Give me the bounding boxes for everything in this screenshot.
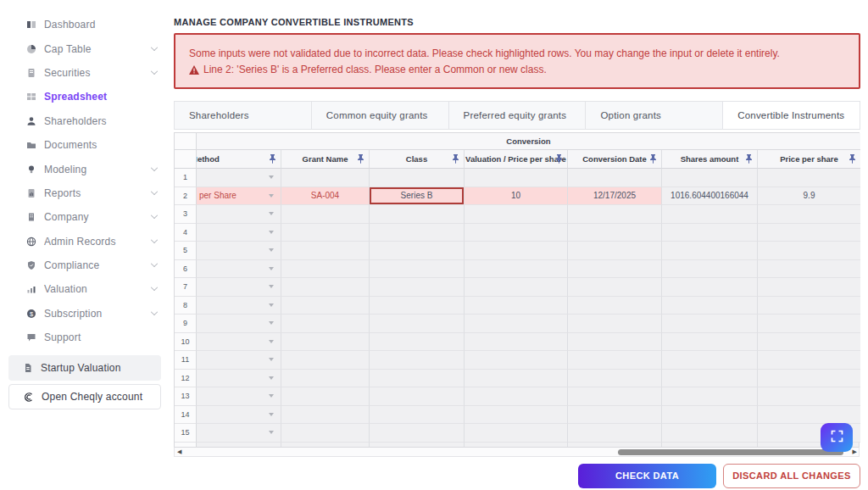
column-header-shares-amount[interactable]: Shares amount <box>662 150 758 169</box>
scroll-right-icon[interactable]: ▶ <box>853 448 857 456</box>
cell-conversion_date[interactable] <box>568 278 662 297</box>
cell-method[interactable] <box>197 260 281 279</box>
sidebar-item-spreadsheet[interactable]: Spreadsheet <box>0 85 170 109</box>
cell-shares_amount[interactable] <box>662 278 758 297</box>
cell-grant_name[interactable] <box>281 333 370 352</box>
row-number[interactable]: 14 <box>175 406 197 425</box>
cell-class[interactable] <box>370 260 465 279</box>
cell-valuation_price[interactable] <box>465 242 568 260</box>
pin-icon[interactable] <box>555 154 563 165</box>
cell-class[interactable]: Series B <box>370 187 465 206</box>
dropdown-arrow-icon[interactable] <box>269 358 274 361</box>
cell-shares_amount[interactable] <box>662 406 758 425</box>
cell-price_per_share[interactable] <box>758 351 860 370</box>
cell-valuation_price[interactable] <box>465 169 568 187</box>
cell-conversion_date[interactable] <box>568 333 662 352</box>
cell-conversion_date[interactable] <box>568 242 662 260</box>
cell-class[interactable] <box>370 370 465 388</box>
cell-price_per_share[interactable] <box>758 242 860 260</box>
cell-class[interactable] <box>370 169 465 187</box>
column-header-class[interactable]: Class <box>370 150 465 169</box>
column-header-price-per-share[interactable]: Price per share <box>758 150 860 169</box>
cell-price_per_share[interactable] <box>758 297 860 315</box>
row-number[interactable]: 2 <box>175 187 197 206</box>
cell-method[interactable]: per Share <box>197 187 281 206</box>
dropdown-arrow-icon[interactable] <box>269 340 274 343</box>
column-header-valuation-price-per-share[interactable]: Valuation / Price per share <box>465 150 568 169</box>
expand-grid-button[interactable] <box>821 423 853 452</box>
tab-preferred-equity-grants[interactable]: Preferred equity grants <box>448 102 586 129</box>
pin-icon[interactable] <box>849 154 856 165</box>
cell-grant_name[interactable] <box>281 387 370 406</box>
cell-price_per_share[interactable] <box>758 315 860 333</box>
cell-conversion_date[interactable] <box>568 387 662 406</box>
row-number[interactable]: 4 <box>175 224 197 242</box>
dropdown-arrow-icon[interactable] <box>269 175 274 179</box>
cell-class[interactable] <box>370 242 465 260</box>
cell-shares_amount[interactable] <box>662 387 758 406</box>
cell-shares_amount[interactable] <box>662 370 758 388</box>
cell-shares_amount[interactable] <box>662 260 758 279</box>
pin-icon[interactable] <box>357 154 364 165</box>
row-number[interactable]: 1 <box>175 169 197 187</box>
dropdown-arrow-icon[interactable] <box>269 267 274 270</box>
dropdown-arrow-icon[interactable] <box>269 376 274 380</box>
cell-shares_amount[interactable] <box>662 169 758 187</box>
cell-method[interactable] <box>197 315 281 333</box>
sidebar-item-valuation[interactable]: Valuation <box>0 277 170 301</box>
cell-class[interactable] <box>370 297 465 315</box>
dropdown-arrow-icon[interactable] <box>269 248 274 252</box>
cell-conversion_date[interactable] <box>568 406 662 425</box>
sidebar-item-support[interactable]: Support <box>0 326 170 349</box>
cell-method[interactable] <box>197 169 281 187</box>
row-number[interactable]: 6 <box>175 260 197 279</box>
column-header-conversion-date[interactable]: Conversion Date <box>568 150 662 169</box>
cell-class[interactable] <box>370 205 465 224</box>
sidebar-item-shareholders[interactable]: Shareholders <box>0 109 170 133</box>
cell-price_per_share[interactable] <box>758 205 860 224</box>
column-header-grant-name[interactable]: Grant Name <box>281 150 370 169</box>
sidebar-item-documents[interactable]: Documents <box>0 133 170 157</box>
sidebar-item-modeling[interactable]: Modeling <box>0 157 170 181</box>
row-number[interactable]: 7 <box>175 278 197 297</box>
cell-valuation_price[interactable] <box>465 224 568 242</box>
cell-class[interactable] <box>370 351 465 370</box>
cell-grant_name[interactable] <box>281 351 370 370</box>
dropdown-arrow-icon[interactable] <box>269 394 274 398</box>
sidebar-item-startup-valuation[interactable]: Startup Valuation <box>8 355 161 381</box>
cell-conversion_date[interactable] <box>568 351 662 370</box>
cell-class[interactable] <box>370 387 465 406</box>
cell-valuation_price[interactable]: 10 <box>465 187 568 206</box>
scroll-left-icon[interactable]: ◀ <box>177 448 181 456</box>
cell-grant_name[interactable] <box>281 260 370 279</box>
sidebar-item-company[interactable]: Company <box>0 205 170 229</box>
cell-grant_name[interactable] <box>281 406 370 425</box>
cell-grant_name[interactable] <box>281 224 370 242</box>
cell-valuation_price[interactable] <box>465 370 568 388</box>
dropdown-arrow-icon[interactable] <box>269 212 274 215</box>
row-number[interactable]: 11 <box>175 351 197 370</box>
cell-grant_name[interactable] <box>281 297 370 315</box>
cell-shares_amount[interactable] <box>662 424 758 443</box>
pin-icon[interactable] <box>745 154 753 165</box>
tab-shareholders[interactable]: Shareholders <box>174 102 311 129</box>
cell-grant_name[interactable] <box>281 424 370 443</box>
sidebar-item-open-cheqly-account[interactable]: Open Cheqly account <box>8 384 161 409</box>
cell-shares_amount[interactable] <box>662 224 758 242</box>
dropdown-arrow-icon[interactable] <box>269 231 274 234</box>
cell-valuation_price[interactable] <box>465 333 568 352</box>
cell-conversion_date[interactable] <box>568 260 662 279</box>
row-number[interactable]: 9 <box>175 315 197 333</box>
cell-valuation_price[interactable] <box>465 260 568 279</box>
cell-price_per_share[interactable] <box>758 278 860 297</box>
cell-price_per_share[interactable] <box>758 260 860 279</box>
cell-valuation_price[interactable] <box>465 297 568 315</box>
cell-method[interactable] <box>197 387 281 406</box>
cell-conversion_date[interactable] <box>568 424 662 443</box>
cell-method[interactable] <box>197 406 281 425</box>
sidebar-item-subscription[interactable]: $Subscription <box>0 302 170 326</box>
cell-grant_name[interactable]: SA-004 <box>281 187 370 206</box>
cell-conversion_date[interactable] <box>568 315 662 333</box>
cell-class[interactable] <box>370 278 465 297</box>
cell-grant_name[interactable] <box>281 169 370 187</box>
